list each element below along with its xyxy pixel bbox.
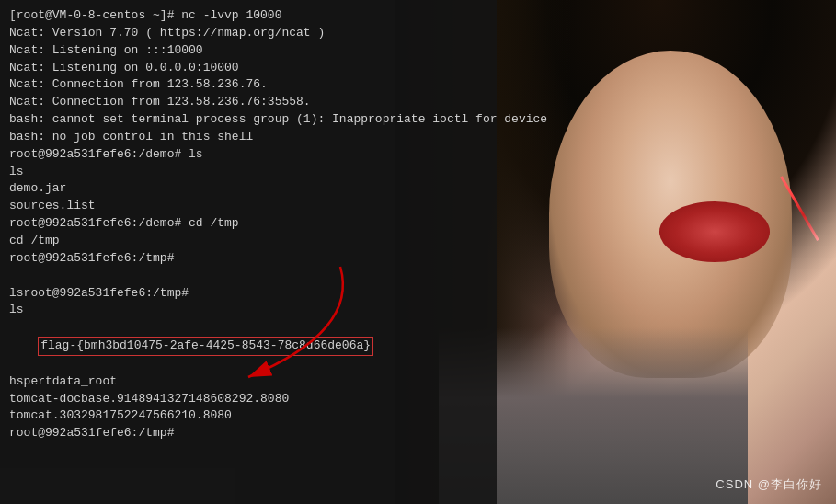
line-2: Ncat: Version 7.70 ( https://nmap.org/nc…	[9, 25, 487, 42]
line-3: Ncat: Listening on :::10000	[9, 42, 487, 60]
line-6: Ncat: Connection from 123.58.236.76:3555…	[9, 94, 487, 111]
line-7: bash: cannot set terminal process group …	[9, 111, 487, 129]
line-22: tomcat.3032981752247566210.8080	[9, 407, 487, 425]
lips	[659, 201, 770, 262]
line-9: root@992a531fefe6:/demo# ls	[9, 146, 487, 164]
arrow-path	[248, 267, 343, 377]
csdn-watermark: CSDN @李白你好	[716, 476, 822, 493]
line-4: Ncat: Listening on 0.0.0.0:10000	[9, 60, 487, 77]
terminal: [root@VM-0-8-centos ~]# nc -lvvp 10000 N…	[0, 0, 497, 504]
line-5: Ncat: Connection from 123.58.236.76.	[9, 76, 487, 94]
line-13: root@992a531fefe6:/demo# cd /tmp	[9, 215, 487, 233]
line-12: sources.list	[9, 198, 487, 215]
csdn-label: CSDN	[716, 477, 753, 491]
line-11: demo.jar	[9, 180, 487, 198]
line-14: cd /tmp	[9, 233, 487, 250]
line-1: [root@VM-0-8-centos ~]# nc -lvvp 10000	[9, 7, 487, 25]
line-8: bash: no job control in this shell	[9, 129, 487, 146]
line-10: ls	[9, 164, 487, 181]
author-label: @李白你好	[758, 477, 822, 491]
red-arrow-container	[156, 258, 386, 405]
line-23: root@992a531fefe6:/tmp#	[9, 425, 487, 442]
red-arrow-svg	[156, 258, 386, 405]
